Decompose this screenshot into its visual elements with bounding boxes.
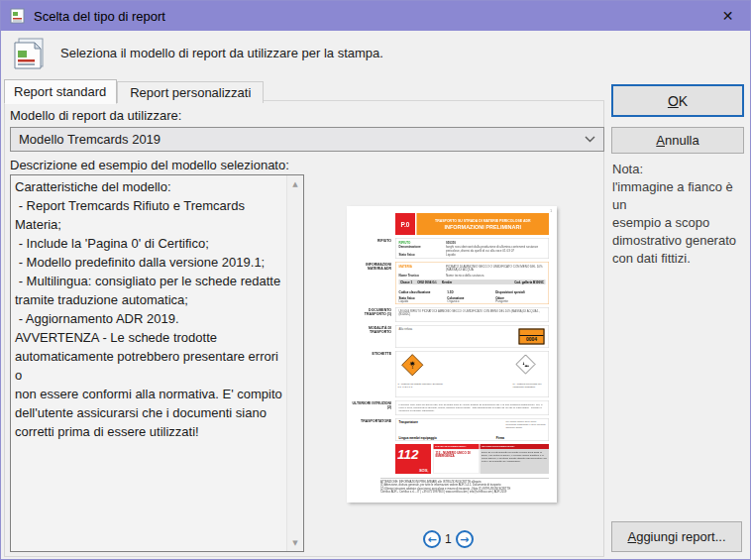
galleria-label: Cod. galleria <box>514 280 532 283</box>
adr-orange-plate: 0004 <box>519 329 545 345</box>
add-report-button[interactable]: Aggiungi report... <box>611 521 742 552</box>
dead-fish-tree-icon <box>522 361 529 368</box>
explosive-label-caption: 1 - Materia od oggetti esplosivi; Divisi… <box>398 383 444 389</box>
tab-report-standard[interactable]: Report standard <box>4 79 117 104</box>
preview-rifiuto-row: RIFIUTO RIFIUTO 010310 Denominazione fan… <box>351 238 549 259</box>
galleria-value: B1000C <box>533 280 544 283</box>
disposizioni-label: Disposizioni speciali <box>495 290 525 293</box>
nome-tecnico-label: Nome Tecnico <box>399 275 447 279</box>
preview-modalita-row: MODALITÀ DI TRASPORTO Alla rinfusa 0004 <box>351 325 549 348</box>
denominazione-value: fanghi rossi derivanti dalla produzione … <box>446 246 546 253</box>
tab-page-report-standard: Modello di report da utilizzare: Modello… <box>4 100 604 557</box>
onu-label: ONU <box>417 280 424 283</box>
etichette-row-label: ETICHETTE <box>351 351 395 397</box>
kemler-label: Kemler <box>442 280 452 283</box>
preview-emergenza-row: 112 SOS, CHIAMATE DI EMERGENZA 112 - NUM… <box>351 444 549 474</box>
footer-line-4: Certifico ADR - Certifico s.r.l. - IT | … <box>380 491 549 495</box>
environment-hazard-label-icon <box>516 355 536 375</box>
preview-banner-row: P.0 TRASPORTO SU STRADA DI MATERIE PERIC… <box>351 213 549 235</box>
report-template-icon <box>11 36 49 71</box>
classe-label: Classe <box>400 280 410 283</box>
report-doc-icon <box>10 8 26 24</box>
rifiuto-row-label: RIFIUTO <box>351 238 395 259</box>
arrow-right-icon: → <box>460 533 469 546</box>
informazioni-emergenza-text: Dopo gli eventi descritti nel quinto vol… <box>481 449 550 474</box>
window-title: Scelta del tipo di report <box>34 9 165 24</box>
lingua-label: Lingua membri equipaggio <box>399 436 437 439</box>
report-preview: 1 P.0 TRASPORTO SU STRADA DI MATERIE PER… <box>347 206 557 503</box>
preview-page-number: 1 <box>550 209 552 212</box>
pager-prev-button[interactable]: ← <box>423 530 441 548</box>
rifiuto-badge: RIFIUTO <box>399 241 447 245</box>
report-model-value: Modello Tremcards 2019 <box>19 132 585 147</box>
report-type-dialog: Scelta del tipo di report ✕ Seleziona il… <box>0 0 751 560</box>
documento-row-label: DOCUMENTO TRASPORTO (1) <box>351 307 395 322</box>
model-select-label: Modello di report da utilizzare: <box>10 108 181 123</box>
emergency-number: 112 <box>395 444 431 461</box>
numero-unico-text: 112 - NUMERO UNICO DI EMERGENZA <box>434 449 480 474</box>
preview-banner-subtitle: INFORMAZIONI PRELIMINARI <box>417 223 550 229</box>
codice-value: 1.1D <box>447 290 453 293</box>
description-textarea[interactable]: Caratteristiche del modello: - Report Tr… <box>10 174 304 552</box>
stato-fisico-value: Liquido <box>446 254 456 258</box>
preview-code-badge: P.0 <box>395 213 415 235</box>
denominazione-label: Denominazione <box>399 246 447 253</box>
materia-badge: MATERIA <box>399 265 447 272</box>
arrow-left-icon: ← <box>427 533 436 546</box>
colorazione-value: Organico <box>447 299 495 302</box>
classe-value: 1 <box>411 280 413 283</box>
dialog-instruction: Seleziona il modello di report da utiliz… <box>60 46 383 60</box>
preview-materia-row: INFORMAZIONI MATERIA ADR MATERIA PICRATO… <box>351 262 549 304</box>
materia-descrizione: PICRATO DI AMMONIO SECCO O UMIDIFICATO C… <box>446 265 546 272</box>
close-button[interactable]: ✕ <box>705 1 750 31</box>
odore-value: Pungente <box>495 299 544 302</box>
plate-number: 0004 <box>520 336 544 342</box>
materia-row-label: INFORMAZIONI MATERIA ADR <box>351 262 395 304</box>
scroll-down-icon[interactable]: ▼ <box>287 534 303 551</box>
materia-class-band: Classe 1 ONU 0004 G.I. Kemler Cod. galle… <box>399 280 546 284</box>
preview-ulteriori-row: ULTERIORI ISTRUZIONI (2) Il giovane Paci… <box>351 400 549 415</box>
tab-report-personalizzati[interactable]: Report personalizzati <box>117 81 264 103</box>
emergency-112-badge: 112 SOS, <box>395 444 431 474</box>
firma-label: Firma <box>496 436 504 439</box>
cancel-button[interactable]: Annulla <box>611 127 744 154</box>
tab-strip: Report standard Report personalizzati <box>4 79 264 103</box>
preview-banner-title: TRASPORTO SU STRADA DI MATERIE PERICOLOS… <box>417 219 550 223</box>
header-band: Seleziona il modello di report da utiliz… <box>1 31 750 75</box>
materia-stato-value: Liquido <box>399 299 448 302</box>
pager-next-button[interactable]: → <box>456 530 474 548</box>
codice-label: Codice classificazione <box>399 290 431 293</box>
onu-value: 0004 <box>425 280 432 283</box>
preview-footer: ATTENZIONE: INFORMAZIONI PRELIMINARI all… <box>380 478 549 494</box>
preview-page: 1 P.0 TRASPORTO SU STRADA DI MATERIE PER… <box>347 206 557 503</box>
documento-text: UN 0004 RIFIUTO PICRATO DI AMMONIO SECCO… <box>399 309 546 316</box>
report-model-select[interactable]: Modello Tremcards 2019 <box>10 127 604 152</box>
preview-banner: TRASPORTO SU STRADA DI MATERIE PERICOLOS… <box>417 213 550 235</box>
description-scrollbar[interactable]: ▲ ▼ <box>286 175 303 551</box>
preview-trasportatore-row: TRASPORTATORE Trasportatore Per presa vi… <box>351 418 549 441</box>
description-text: Caratteristiche del modello: - Report Tr… <box>11 175 286 551</box>
ulteriori-row-label: ULTERIORI ISTRUZIONI (2) <box>351 400 395 415</box>
gi-label: G.I. <box>432 280 437 283</box>
modalita-row-label: MODALITÀ DI TRASPORTO <box>351 325 395 348</box>
explosive-division-number: 1 <box>411 367 413 370</box>
stato-fisico-label: Stato fisico <box>399 254 447 258</box>
explosive-label-icon: 1 <box>401 354 423 376</box>
preview-etichette-row: ETICHETTE 1 <box>351 351 549 397</box>
description-label: Descrizione ed esempio del modello selez… <box>10 158 289 172</box>
emergency-sos: SOS, <box>419 468 429 473</box>
environment-label-caption: M - Materia pericolosa per l'ambiente ac… <box>513 383 548 389</box>
preview-pager: ← 1 → <box>423 530 474 548</box>
pager-page-number: 1 <box>445 532 452 546</box>
close-icon: ✕ <box>722 8 734 24</box>
nome-tecnico-value: Nome tecnico della sostanza <box>446 275 483 279</box>
ok-button[interactable]: OK <box>611 84 744 117</box>
preview-documento-row: DOCUMENTO TRASPORTO (1) UN 0004 RIFIUTO … <box>351 307 549 322</box>
title-bar: Scelta del tipo di report ✕ <box>1 1 750 31</box>
note-text: Nota: l'immagine a fianco è un esempio a… <box>612 161 749 268</box>
ulteriori-text: Il giovane Paci, figlio del Duca unto, n… <box>399 402 546 411</box>
rifiuto-code: 010310 <box>446 241 456 245</box>
materia-properties-row: Stato fisicoLiquido ColorazioneOrganico … <box>399 296 546 302</box>
scroll-up-icon[interactable]: ▲ <box>287 175 303 192</box>
materia-codice-row: Codice classificazione 1.1D Disposizioni… <box>399 286 546 295</box>
